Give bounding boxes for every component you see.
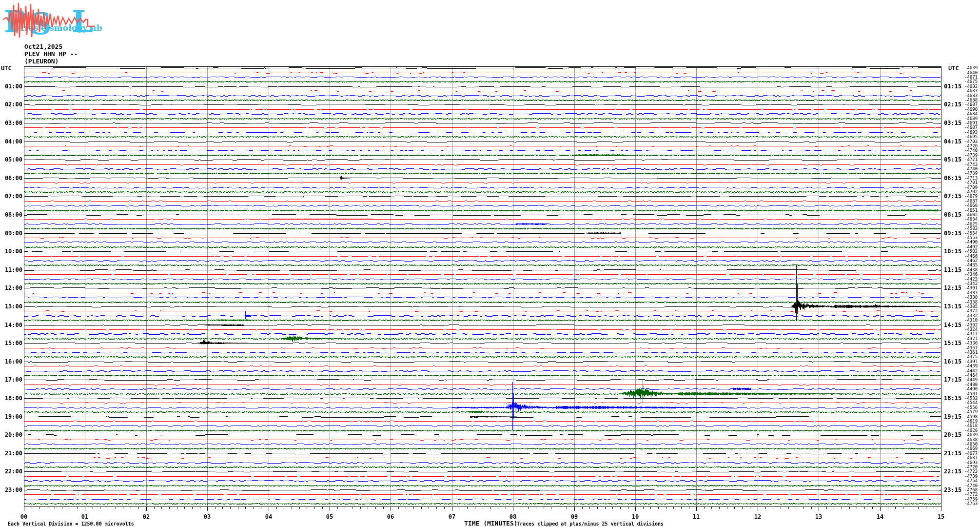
minute-label: 02 [139, 513, 154, 520]
hour-label-right: 04:15 [944, 139, 961, 144]
trace-offset-value: -4668 [964, 203, 978, 208]
trace-offset-value: -4679 [964, 194, 978, 199]
hour-label-right: 13:15 [944, 304, 961, 309]
helicorder-plot [0, 0, 980, 527]
hour-label-left: 21:00 [0, 450, 22, 456]
hour-label-right: 14:15 [944, 322, 961, 328]
minute-label: 13 [811, 513, 826, 520]
logo-word-ab: ab [91, 23, 102, 33]
minute-label: 00 [17, 513, 31, 520]
hour-label-left: 19:00 [0, 414, 22, 420]
hour-label-left: 02:00 [0, 101, 22, 107]
hour-label-right: 21:15 [944, 450, 961, 456]
trace-offset-value: -4675 [964, 80, 978, 84]
hour-label-right: 10:15 [944, 248, 961, 254]
hour-label-right: 22:15 [944, 468, 961, 474]
trace-offset-value: -4346 [964, 272, 978, 277]
hour-label-left: 08:00 [0, 212, 22, 218]
utc-header-left: UTC [1, 65, 12, 72]
trace-offset-value: -4687 [964, 456, 978, 460]
hour-label-right: 06:15 [944, 175, 961, 181]
hour-label-left: 17:00 [0, 377, 22, 383]
hour-label-left: 15:00 [0, 340, 22, 346]
trace-offset-value: -4582 [964, 226, 978, 231]
hour-label-left: 11:00 [0, 267, 22, 273]
minute-label: 07 [445, 513, 459, 520]
trace-offset-value: -4639 [964, 66, 978, 70]
trace-offset-value: -4753 [964, 502, 978, 506]
hour-label-left: 07:00 [0, 193, 22, 199]
trace-offset-value: -4754 [964, 479, 978, 483]
hour-label-left: 01:00 [0, 83, 22, 89]
hour-label-right: 08:15 [944, 212, 961, 218]
hour-label-left: 10:00 [0, 248, 22, 254]
trace-offset-value: -4739 [964, 171, 978, 176]
minute-label: 12 [750, 513, 765, 520]
psl-logo: P atras S eismology L ab [2, 1, 102, 40]
hour-label-right: 12:15 [944, 285, 961, 291]
hour-label-left: 06:00 [0, 175, 22, 181]
trace-offset-value: -4502 [964, 249, 978, 254]
trace-offset-value: -4439 [964, 364, 978, 368]
trace-offset-value: -4618 [964, 424, 978, 428]
minute-label: 05 [322, 513, 337, 520]
trace-offset-value: -4639 [964, 433, 978, 437]
trace-offset-value: -4687 [964, 102, 978, 107]
hour-label-left: 22:00 [0, 468, 22, 474]
header-date: Oct21,2025 [24, 43, 62, 50]
scale-note: Each Vertical Division = 1250.00 microvo… [8, 521, 134, 527]
trace-offset-value: -4723 [964, 469, 978, 474]
trace-offset-value: -4634 [964, 217, 978, 222]
minute-label: 10 [628, 513, 643, 520]
hour-label-left: 14:00 [0, 322, 22, 328]
trace-offset-value: -4375 [964, 355, 978, 359]
hour-label-left: 16:00 [0, 359, 22, 365]
minute-label: 01 [78, 513, 92, 520]
hour-label-left: 13:00 [0, 304, 22, 309]
hour-label-right: 23:15 [944, 487, 961, 493]
trace-offset-value: -4683 [964, 89, 978, 93]
hour-label-right: 20:15 [944, 432, 961, 438]
trace-offset-value: -4310 [964, 318, 978, 323]
trace-offset-value: -4684 [964, 112, 978, 116]
minute-label: 06 [383, 513, 398, 520]
trace-offset-value: -4330 [964, 295, 978, 300]
minute-label: 15 [934, 513, 948, 520]
trace-offset-value: -4544 [964, 401, 978, 405]
hour-label-right: 03:15 [944, 120, 961, 126]
hour-label-right: 17:15 [944, 377, 961, 383]
trace-offset-value: -4746 [964, 148, 978, 153]
trace-offset-value: -4772 [964, 492, 978, 497]
helicorder-screen: P atras S eismology L ab Oct21,2025PLEV … [0, 0, 980, 527]
hour-label-right: 07:15 [944, 193, 961, 199]
hour-label-right: 11:15 [944, 267, 961, 273]
minute-label: 04 [261, 513, 276, 520]
trace-offset-value: -4721 [964, 158, 978, 162]
trace-offset-value: -4372 [964, 309, 978, 313]
hour-label-left: 09:00 [0, 230, 22, 236]
hour-label-right: 01:15 [944, 83, 961, 89]
trace-offset-value: -4669 [964, 446, 978, 451]
hour-label-right: 16:15 [944, 359, 961, 365]
minute-label: 11 [689, 513, 704, 520]
trace-offset-value: -4435 [964, 263, 978, 267]
trace-offset-value: -4490 [964, 240, 978, 244]
trace-offset-value: -4449 [964, 378, 978, 382]
minute-label: 08 [506, 513, 520, 520]
trace-offset-value: -4701 [964, 181, 978, 185]
hour-label-left: 18:00 [0, 395, 22, 401]
header-station: PLEV HHN HP -- [24, 50, 78, 58]
hour-label-right: 09:15 [944, 230, 961, 236]
hour-label-left: 23:00 [0, 487, 22, 493]
clip-note: Traces clipped at plus/minus 25 vertical… [517, 521, 664, 527]
utc-header-right: UTC [948, 65, 959, 72]
minute-label: 09 [567, 513, 582, 520]
trace-offset-value: -4317 [964, 332, 978, 336]
trace-offset-value: -4336 [964, 341, 978, 345]
minute-label: 03 [200, 513, 215, 520]
hour-label-left: 04:00 [0, 139, 22, 144]
hour-label-right: 05:15 [944, 157, 961, 162]
hour-label-left: 03:00 [0, 120, 22, 126]
hour-label-left: 12:00 [0, 285, 22, 291]
trace-offset-value: -4695 [964, 135, 978, 139]
